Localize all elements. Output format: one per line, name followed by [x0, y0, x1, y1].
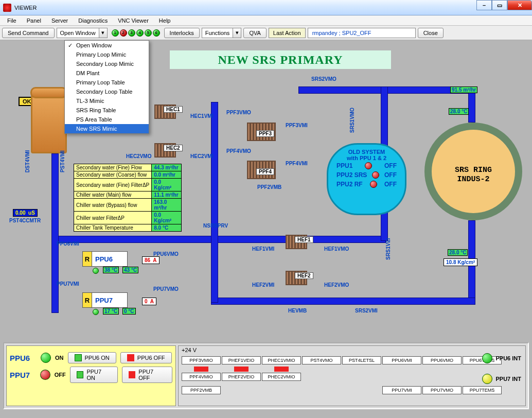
- status-dot-2[interactable]: 2: [120, 29, 127, 37]
- srs2vmi-label: SRS2VMI: [355, 308, 378, 314]
- status-dot-1[interactable]: 1: [112, 29, 119, 37]
- interlock-node: PHEF2VEIO: [222, 373, 261, 381]
- menubar: File Panel Server Diagnostics VNC Viewer…: [0, 15, 532, 26]
- hevmb-label: HEVMB: [288, 308, 307, 314]
- lamp-icon: [365, 162, 372, 169]
- ppu6-on-button[interactable]: PPU6 ON: [68, 352, 116, 363]
- ppu6-off-button[interactable]: PPU6 OFF: [120, 352, 172, 363]
- pst4vmi-label: PST4VMI: [60, 150, 65, 172]
- dropdown-item[interactable]: DM Plant: [65, 68, 149, 78]
- ppu7-off-button[interactable]: PPU7 OFF: [122, 367, 172, 383]
- dropdown-item[interactable]: Secondary Loop Table: [65, 87, 149, 96]
- menu-server[interactable]: Server: [46, 16, 73, 25]
- interlock-node: PPU7VMO: [422, 386, 462, 394]
- user-status-box: rmpandey ; SPU2_OFF: [308, 28, 416, 38]
- dst4vmi-label: DST4VMI: [25, 150, 30, 172]
- check-icon: [77, 371, 84, 378]
- interlock-node: PPF3VMIO: [182, 356, 221, 364]
- ppf4vmi-label: PPF4VMI: [286, 161, 308, 166]
- window-title: VIEWER: [14, 5, 37, 11]
- interlocks-button[interactable]: Interlocks: [164, 28, 200, 38]
- ppu-control-panel: PPU6 ON PPU6 ON PPU6 OFF PPU7 OFF PPU7 O…: [6, 345, 176, 406]
- dropdown-item[interactable]: PS Area Table: [65, 115, 149, 124]
- switch-icon: [274, 367, 289, 372]
- nsrsprv-label: NSRSPRV: [203, 223, 228, 229]
- srs1vmo-label: SRS1VMO: [349, 108, 355, 133]
- pipe: [51, 236, 386, 243]
- ppf4-label: PPF4: [256, 168, 274, 175]
- ppu7-t1: 17 °C: [103, 308, 119, 315]
- dropdown-item[interactable]: Primary Loop Mimic: [65, 50, 149, 59]
- ppf4vmo-label: PPF4VMO: [226, 148, 251, 154]
- hef1vmo-label: HEF1VMO: [324, 246, 349, 252]
- table-row: Chiller water (Main) flow11.1 m³/hr: [74, 191, 182, 199]
- table-row: Chiller water (Bypass) flow163.0 m³/hr: [74, 199, 182, 212]
- interlock-node: PPU6VMO: [422, 356, 462, 364]
- open-window-combo-text: Open Window: [57, 30, 99, 36]
- temp-top-value: 28.0 °C: [449, 108, 469, 115]
- status-dot-3[interactable]: 3: [128, 29, 135, 37]
- dropdown-item[interactable]: SRS Ring Table: [65, 106, 149, 115]
- ppu7-run-lamp: [93, 309, 99, 315]
- interlock-row-bot: PPF2VMB PPU7VMI PPU7VMO PPU7TEMS: [182, 386, 522, 394]
- ppu7-state-lamp: [40, 370, 50, 380]
- ppf2vmb-label: PPF2VMB: [257, 184, 281, 190]
- table-row: Secondary water (Fine) Flow44.3 m³/hr: [74, 164, 182, 171]
- table-row: Secondary water (Fine) FilterΔP0.0 Kg/cm…: [74, 179, 182, 191]
- srs1vei-label: SRS1VEI: [385, 238, 391, 259]
- last-action-button[interactable]: Last Action: [269, 28, 306, 38]
- chevron-down-icon: ▾: [99, 28, 107, 38]
- lamp-icon: [370, 181, 377, 188]
- chevron-down-icon: ▾: [233, 28, 241, 38]
- pst4-cond-value: 0.00 uS: [13, 209, 38, 217]
- dropdown-item[interactable]: Primary Loop Table: [65, 78, 149, 87]
- ppu7-on-button[interactable]: PPU7 ON: [70, 367, 118, 383]
- hec2vmi-label: HEC2VMI: [190, 153, 213, 159]
- interlock-panel: +24 V PPF3VMIO PHEF1VEIO PHEC1VMIO PST4V…: [178, 345, 526, 406]
- hec1vmi-label: HEC1VMI: [190, 113, 213, 119]
- ppu7-state: OFF: [55, 372, 66, 378]
- ppu7-int-lamp: [482, 374, 492, 384]
- ppu6vmi-label: PPU6VMI: [57, 241, 79, 247]
- interlock-node: PPU7TEMS: [463, 386, 502, 394]
- table-row: Secondary water (Coarse) flow0.0 m³/hr: [74, 171, 182, 179]
- check-icon: [75, 354, 82, 361]
- interlock-node: PPU7VMI: [382, 386, 421, 394]
- dropdown-item[interactable]: TL-3 Mimic: [65, 96, 149, 106]
- menu-file[interactable]: File: [2, 16, 22, 25]
- srs-ring-icon: SRS RINGINDUS-2: [424, 123, 522, 220]
- srs2vmo-label: SRS2VMO: [311, 76, 336, 82]
- status-dot-6[interactable]: 6: [153, 29, 160, 37]
- dropdown-item-selected[interactable]: New SRS Mimic: [65, 124, 149, 133]
- window-close-button[interactable]: ✕: [507, 0, 532, 10]
- minimize-button[interactable]: –: [476, 0, 492, 10]
- status-dot-4[interactable]: 4: [136, 29, 144, 37]
- hef1vmi-label: HEF1VMI: [252, 246, 274, 252]
- measurement-table: Secondary water (Fine) Flow44.3 m³/hr Se…: [74, 164, 182, 232]
- menu-diagnostics[interactable]: Diagnostics: [73, 16, 113, 25]
- maximize-button[interactable]: ▭: [492, 0, 507, 10]
- interlock-node: PHEF1VEIO: [222, 356, 261, 364]
- menu-help[interactable]: Help: [154, 16, 176, 25]
- ppu6-int-label: PPU6 INT: [495, 355, 521, 361]
- close-button[interactable]: Close: [418, 28, 444, 38]
- ppf3-label: PPF3: [256, 130, 274, 137]
- menu-vncviewer[interactable]: VNC Viewer: [113, 16, 154, 25]
- interlock-row-top: PPF3VMIO PHEF1VEIO PHEC1VMIO PST4VMO PST…: [182, 356, 522, 364]
- functions-combo[interactable]: Functions ▾: [202, 28, 242, 38]
- ppu7-label: PPU7: [10, 371, 36, 379]
- dropdown-item[interactable]: Open Window: [65, 41, 149, 50]
- menu-panel[interactable]: Panel: [22, 16, 46, 25]
- mimic-canvas: NEW SRS PRIMARY Open Window Primary Loop…: [0, 40, 532, 339]
- ppu7vmi-label: PPU7VMI: [57, 281, 79, 287]
- app-icon: [3, 4, 11, 12]
- open-window-combo[interactable]: Open Window ▾: [57, 28, 108, 38]
- interlock-node: PHEC2VMIO: [262, 373, 301, 381]
- status-dot-5[interactable]: 5: [145, 29, 152, 37]
- hec2vmo-label: HEC2VMO: [126, 153, 151, 159]
- dropdown-item[interactable]: Secondary Loop Mimic: [65, 59, 149, 68]
- pipe: [211, 102, 218, 303]
- send-command-button[interactable]: Send Command: [2, 28, 55, 38]
- qva-button[interactable]: QVA: [243, 28, 266, 38]
- ppu6-pump: RPPU6: [82, 251, 128, 267]
